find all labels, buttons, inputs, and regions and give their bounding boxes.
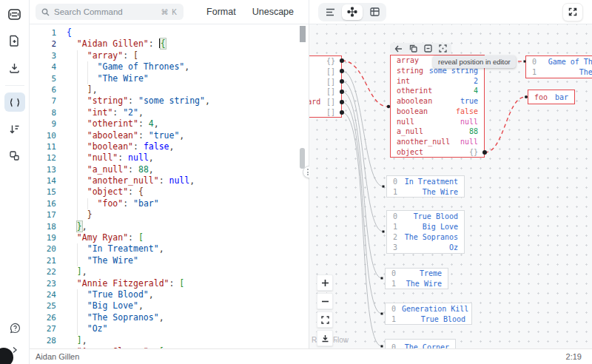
graph-view-button[interactable] [342, 4, 363, 20]
editor-toolbar: Search Command ⌘ K Format Unescape [30, 0, 309, 24]
graph-node-foo[interactable]: foobar [528, 90, 575, 104]
content-split: 1{2 "Aidan Gillen": {3 "array": [4 "Game… [30, 24, 592, 348]
node-row: Annie Fitzgerald[] [309, 76, 341, 87]
graph-node-alex[interactable]: 0Generation Kill1True Blood [385, 303, 472, 325]
sidebar-divider [5, 85, 24, 86]
transform-icon[interactable] [4, 119, 25, 138]
zoom-in-button[interactable] [317, 274, 333, 291]
graph-node-amy[interactable]: 0In Treatment1The Wire [386, 175, 465, 198]
graph-node-annie[interactable]: 0True Blood1Big Love2The Sopranos3Oz [386, 210, 465, 254]
collapse-icon[interactable] [424, 44, 432, 53]
table-view-button[interactable] [364, 4, 385, 20]
editor-line: 22 ], [30, 266, 309, 277]
text-view-button[interactable] [320, 4, 340, 20]
editor-line: 10 "aboolean": "true", [30, 130, 309, 141]
editor-line: 2 "Aidan Gillen": { [30, 38, 309, 50]
focus-icon[interactable] [439, 44, 447, 53]
node-row: otherint4 [391, 86, 484, 96]
line-code: "string": "some string", [56, 95, 210, 107]
download-image-button[interactable] [317, 330, 333, 346]
line-code: "Amy Ryan": [ [56, 232, 144, 243]
search-command-input[interactable]: Search Command ⌘ K [36, 4, 184, 20]
new-file-icon[interactable] [4, 31, 25, 50]
line-number: 22 [30, 266, 56, 277]
table-view-icon [370, 7, 380, 16]
line-number: 18 [30, 221, 56, 232]
graph-canvas[interactable]: Aidan Gillen{}Amy Ryan[]Annie Fitzgerald… [309, 24, 592, 348]
line-code: "Oz" [56, 323, 107, 334]
view-toggle [318, 3, 386, 21]
logo-icon[interactable] [4, 4, 25, 24]
editor-line: 17 } [30, 209, 309, 220]
json-view-icon[interactable] [4, 92, 25, 112]
line-number: 26 [30, 312, 56, 323]
format-button[interactable]: Format [206, 7, 236, 17]
node-row: 1The Wire [526, 67, 592, 78]
editor-line: 15 "object": { [30, 186, 309, 198]
node-row: 1The Wire [386, 279, 448, 289]
node-row: 3Oz [387, 243, 464, 253]
node-row: Amy Ryan[] [309, 67, 341, 77]
line-number: 19 [30, 232, 56, 243]
graph-node-aidan[interactable]: array[]stringsome stringint2otherint4abo… [390, 55, 485, 158]
reveal-tooltip: reveal position in editor [433, 55, 516, 68]
line-number: 9 [30, 118, 56, 129]
line-code: "null": null, [56, 152, 154, 164]
line-code: "Aidan Gillen": { [56, 38, 166, 50]
editor-line: 8 "int": "2", [30, 107, 309, 118]
fit-view-button[interactable] [317, 311, 333, 328]
compare-icon[interactable] [4, 146, 25, 165]
unescape-button[interactable]: Unescape [252, 7, 294, 17]
search-placeholder: Search Command [54, 7, 161, 16]
line-code: "a_null": 88, [56, 164, 154, 175]
statusbar-path[interactable]: Aidan Gillen [36, 352, 79, 361]
line-code: ], [56, 84, 98, 95]
node-row: booleanfalse [391, 107, 484, 117]
json-editor[interactable]: 1{2 "Aidan Gillen": {3 "array": [4 "Game… [30, 24, 309, 348]
graph-view-icon [347, 7, 357, 17]
node-row: object{} [391, 146, 484, 157]
line-code: "array": [ [56, 50, 138, 61]
node-row: 2The Sopranos [387, 232, 464, 243]
line-code: "int": "2", [56, 107, 144, 118]
search-shortcut: ⌘ K [161, 8, 178, 16]
editor-line: 29 "Anwan Glover": [ [30, 346, 309, 348]
download-icon[interactable] [4, 58, 25, 77]
line-number: 7 [30, 95, 56, 107]
node-row: Aidan Gillen{} [309, 56, 341, 67]
node-row: 1The Wire [387, 186, 464, 197]
zoom-out-button[interactable] [317, 293, 333, 309]
editor-line: 1{ [30, 27, 309, 38]
line-number: 14 [30, 175, 56, 186]
line-code: "The Sopranos", [56, 312, 164, 323]
node-row: nullnull [391, 116, 484, 127]
editor-line: 26 "The Sopranos", [30, 312, 309, 323]
graph-node-got[interactable]: 0Game of Thrones1The Wire [525, 55, 592, 78]
editor-scrollbar-thumb-2[interactable] [300, 148, 305, 169]
node-row: 0Treme [386, 269, 448, 279]
help-icon[interactable] [4, 318, 25, 337]
node-row: foobar [528, 90, 574, 104]
line-number: 24 [30, 289, 56, 300]
editor-line: 6 ], [30, 84, 309, 95]
editor-scrollbar-thumb[interactable] [300, 26, 306, 42]
editor-line: 9 "otherint": 4, [30, 118, 309, 129]
graph-node-root[interactable]: Aidan Gillen{}Amy Ryan[]Annie Fitzgerald… [309, 55, 342, 118]
line-number: 28 [30, 335, 56, 346]
line-number: 16 [30, 198, 56, 209]
fullscreen-button[interactable] [562, 3, 583, 21]
statusbar: Aidan Gillen 2:19 [30, 348, 592, 364]
line-number: 27 [30, 323, 56, 334]
graph-node-clarke[interactable]: 0The Corner [385, 339, 456, 348]
line-number: 21 [30, 255, 56, 266]
line-number: 11 [30, 141, 56, 152]
copy-icon[interactable] [409, 44, 417, 53]
editor-line: 27 "Oz" [30, 323, 309, 334]
editor-line: 13 "a_null": 88, [30, 164, 309, 175]
node-row: a_null88 [391, 127, 484, 137]
node-row: 0The Corner [386, 340, 455, 348]
graph-node-anwan[interactable]: 0Treme1The Wire [385, 268, 448, 289]
back-icon[interactable] [394, 45, 403, 53]
line-number: 1 [30, 27, 56, 38]
statusbar-cursor-position: 2:19 [566, 352, 582, 361]
